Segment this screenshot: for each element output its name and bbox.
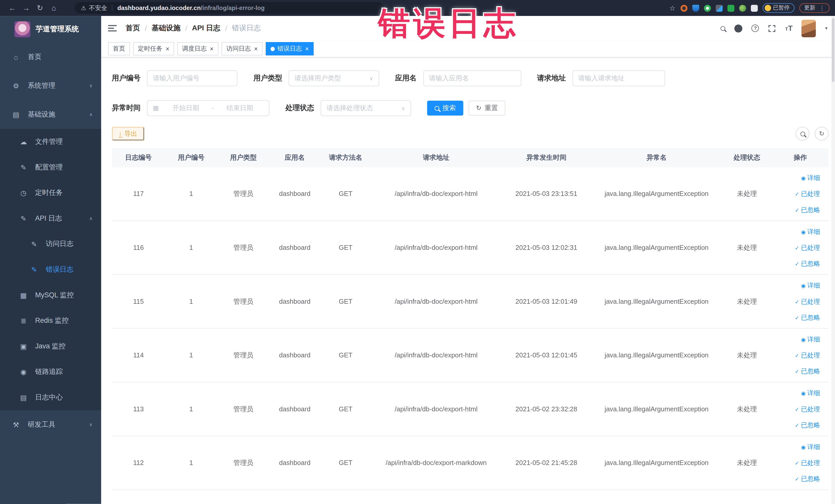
detail-link[interactable]: ◉详细 <box>801 335 820 344</box>
sidebar-item-dev-tools[interactable]: ⚒ 研发工具 ∨ <box>0 410 101 439</box>
check-icon: ✓ <box>795 261 799 267</box>
detail-link[interactable]: ◉详细 <box>801 227 820 236</box>
detail-link[interactable]: ◉详细 <box>801 388 820 398</box>
app-name-input[interactable] <box>423 70 521 86</box>
toolbar-right: ↻ <box>795 127 829 141</box>
reset-button[interactable]: ↻ 重置 <box>469 101 505 116</box>
hamburger-icon[interactable] <box>108 25 117 32</box>
refresh-table-button[interactable]: ↻ <box>815 127 829 141</box>
mark-ignored-link[interactable]: ✓已忽略 <box>795 421 820 429</box>
fullscreen-icon[interactable] <box>768 24 776 32</box>
browser-back-icon[interactable]: ← <box>5 4 19 12</box>
sidebar-item-file-management[interactable]: ☁ 文件管理 <box>0 129 101 155</box>
mark-ignored-link[interactable]: ✓已忽略 <box>795 313 820 322</box>
cell-status: 未处理 <box>721 458 772 467</box>
sidebar-item-home[interactable]: ⌂ 首页 <box>0 43 101 72</box>
tab-schedule-log[interactable]: 调度日志 × <box>177 42 219 56</box>
detail-link[interactable]: ◉详细 <box>801 173 820 182</box>
refresh-icon: ↻ <box>476 104 482 112</box>
breadcrumb-infrastructure[interactable]: 基础设施 <box>152 23 180 33</box>
eye-icon: ◉ <box>801 390 806 396</box>
search-icon[interactable] <box>721 26 726 31</box>
extension-icon[interactable] <box>680 5 687 12</box>
mark-processed-link[interactable]: ✓已处理 <box>795 243 820 252</box>
tab-access-log[interactable]: 访问日志 × <box>222 42 263 56</box>
github-icon[interactable] <box>735 24 742 32</box>
toggle-search-button[interactable] <box>795 127 809 141</box>
mark-processed-link[interactable]: ✓已处理 <box>795 189 820 199</box>
update-button[interactable]: 更新 ⋮ <box>799 3 830 13</box>
close-icon[interactable]: × <box>166 45 169 53</box>
sidebar-item-scheduled-tasks[interactable]: ◷ 定时任务 <box>0 180 101 206</box>
user-avatar[interactable] <box>802 20 816 37</box>
cell-log-id: 113 <box>112 405 165 413</box>
mark-ignored-link[interactable]: ✓已忽略 <box>795 474 820 483</box>
close-icon[interactable]: × <box>254 45 258 53</box>
cell-actions: ◉详细 ✓已处理 ✓已忽略 <box>772 335 829 376</box>
search-button[interactable]: 搜索 <box>427 101 463 116</box>
avatar-caret-icon[interactable]: ▾ <box>825 26 828 31</box>
cell-app: dashboard <box>269 459 320 466</box>
sidebar-item-api-log[interactable]: ✎ API 日志 ∧ <box>0 206 101 231</box>
table-row: 115 1 管理员 dashboard GET /api/infra/db-do… <box>112 275 829 329</box>
emoji-face-icon <box>765 5 771 11</box>
tab-scheduled-tasks[interactable]: 定时任务 × <box>133 42 174 56</box>
help-icon[interactable]: ? <box>752 24 759 32</box>
sidebar-item-log-center[interactable]: ▤ 日志中心 <box>0 385 101 410</box>
bookmark-star-icon[interactable]: ☆ <box>669 4 675 12</box>
tab-home[interactable]: 首页 <box>108 42 130 56</box>
address-bar[interactable]: ⚠ 不安全 dashboard.yudao.iocoder.cn/infra/l… <box>75 2 383 14</box>
select-caret-icon: ∨ <box>402 105 405 111</box>
cell-user-id: 1 <box>165 351 217 359</box>
extensions-puzzle-icon[interactable] <box>751 5 757 12</box>
font-size-icon[interactable]: TT <box>785 24 793 32</box>
user-id-input[interactable] <box>147 70 238 86</box>
process-status-select[interactable]: 请选择处理状态 ∨ <box>321 100 411 116</box>
breadcrumb-api-log[interactable]: API 日志 <box>192 23 221 33</box>
sidebar-item-trace[interactable]: ◉ 链路追踪 <box>0 359 101 385</box>
sidebar-logo[interactable]: 芋道管理系统 <box>0 16 101 43</box>
paused-badge[interactable]: 已暂停 <box>762 3 795 13</box>
sidebar-item-system-management[interactable]: ⚙ 系统管理 ∨ <box>0 72 101 100</box>
extension-icon[interactable] <box>727 5 734 12</box>
scrollbar[interactable] <box>831 16 835 504</box>
sidebar-item-redis-monitor[interactable]: ≣ Redis 监控 <box>0 308 101 334</box>
browser-menu-icon[interactable]: ⋮ <box>819 5 825 12</box>
mark-processed-link[interactable]: ✓已处理 <box>795 297 820 306</box>
mark-ignored-link[interactable]: ✓已忽略 <box>795 367 820 376</box>
browser-home-icon[interactable]: ⌂ <box>47 4 61 12</box>
extension-icon[interactable] <box>715 5 722 12</box>
scrollbar-thumb[interactable] <box>832 18 834 82</box>
mark-processed-link[interactable]: ✓已处理 <box>795 351 820 360</box>
detail-link[interactable]: ◉详细 <box>801 442 820 451</box>
sidebar-item-access-log[interactable]: ✎ 访问日志 <box>0 231 101 257</box>
user-type-select[interactable]: 请选择用户类型 ∨ <box>288 70 379 86</box>
sidebar-item-infrastructure[interactable]: ▤ 基础设施 ∧ <box>0 100 101 129</box>
sidebar-item-error-log[interactable]: ✎ 错误日志 <box>0 257 101 282</box>
request-url-input[interactable] <box>572 70 665 86</box>
cell-url: /api/infra/db-doc/export-html <box>371 298 501 305</box>
breadcrumb-home[interactable]: 首页 <box>126 23 140 33</box>
close-icon[interactable]: × <box>305 45 309 53</box>
sidebar-item-config-management[interactable]: ✎ 配置管理 <box>0 155 101 180</box>
sidebar-item-mysql-monitor[interactable]: ▦ MySQL 监控 <box>0 282 101 308</box>
sidebar-item-java-monitor[interactable]: ▣ Java 监控 <box>0 334 101 359</box>
tab-error-log[interactable]: 错误日志 × <box>266 42 314 56</box>
mark-processed-link[interactable]: ✓已处理 <box>795 405 820 414</box>
cell-app: dashboard <box>269 298 320 305</box>
navbar-actions: ? TT ▾ <box>721 20 828 37</box>
browser-forward-icon[interactable]: → <box>19 4 33 12</box>
mark-ignored-link[interactable]: ✓已忽略 <box>795 205 820 215</box>
security-warning-icon[interactable]: ⚠ <box>81 5 86 12</box>
extension-icon[interactable] <box>704 5 711 12</box>
mark-ignored-link[interactable]: ✓已忽略 <box>795 259 820 268</box>
extension-icon[interactable] <box>692 5 699 12</box>
mark-processed-link[interactable]: ✓已处理 <box>795 458 820 467</box>
browser-reload-icon[interactable]: ↻ <box>33 4 47 12</box>
export-button[interactable]: ↓ 导出 <box>112 127 144 141</box>
close-icon[interactable]: × <box>210 45 213 53</box>
date-range-picker[interactable]: ▦ 开始日期 - 结束日期 <box>147 100 269 116</box>
cell-user-type: 管理员 <box>217 405 269 414</box>
extension-icon[interactable] <box>739 5 746 12</box>
detail-link[interactable]: ◉详细 <box>801 281 820 290</box>
